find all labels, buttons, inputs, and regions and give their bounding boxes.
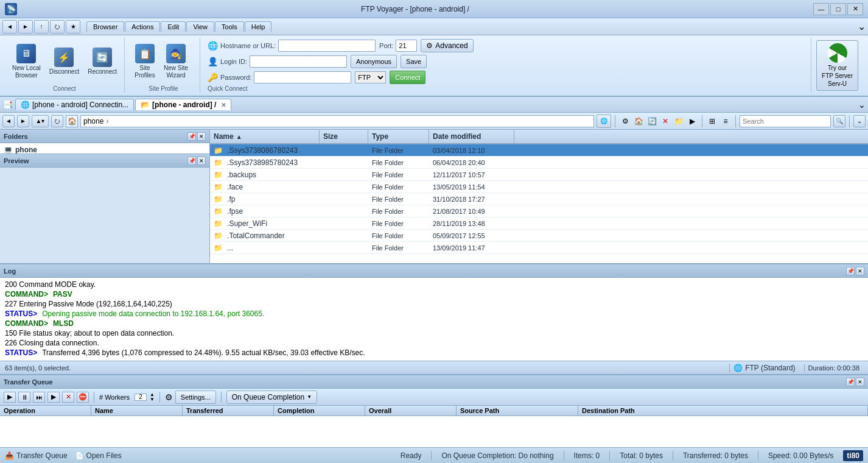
close-button[interactable]: ✕ [847,3,863,15]
ql-btn-1[interactable]: ↑ [34,20,49,34]
tab-connecting[interactable]: 🌐 [phone - android] Connectin... [15,99,134,110]
tab-android-close[interactable]: ✕ [221,102,226,108]
nav-icon-btn-1[interactable]: ⚙ [619,115,631,127]
hostname-input[interactable] [278,40,376,52]
tq-play-button[interactable]: ▶ [4,392,16,403]
transferred-bytes-status: Transferred: 0 bytes [683,451,748,460]
nav-icon-view-2[interactable]: ≡ [719,115,732,127]
path-display[interactable]: phone › [80,115,594,127]
col-header-type[interactable]: Type [368,130,429,143]
title-text: FTP Voyager - [phone - android] / [17,5,813,13]
advanced-button[interactable]: ⚙ Advanced [421,39,473,52]
site-profiles-button[interactable]: 📋 SiteProfiles [132,42,158,81]
expand-ribbon-button[interactable]: ⌄ [858,21,866,32]
up-dropdown-button[interactable]: ▲▾ [32,115,49,127]
reconnect-button[interactable]: 🔄 Reconnect [85,46,119,77]
hostname-label: Hostname or URL: [220,42,276,49]
search-button[interactable]: 🔍 [833,115,845,127]
disconnect-button[interactable]: ⚡ Disconnect [47,46,82,77]
tq-resume-button[interactable]: ▶ [47,392,60,403]
anonymous-button[interactable]: Anonymous [351,55,397,68]
search-input[interactable] [740,115,831,127]
tq-col-operation: Operation [0,406,91,415]
col-header-name[interactable]: Name ▲ [210,130,320,143]
nav-icon-btn-3[interactable]: 🔄 [646,115,658,127]
ql-forward-button[interactable]: ► [18,20,33,34]
on-queue-completion-button[interactable]: On Queue Completion ▼ [226,391,317,404]
log-close-button[interactable]: ✕ [856,267,864,275]
protocol-select[interactable]: FTP SFTP FTPS [355,71,386,83]
tq-skip-button[interactable]: ⏭ [33,392,45,403]
file-cell-size-0 [320,149,368,152]
open-files-link[interactable]: 📄 Open Files [75,451,122,460]
file-row-5[interactable]: 📁 .fpse File Folder 21/08/2017 10:49 [210,205,868,217]
nav-icon-btn-6[interactable]: ▶ [686,115,698,127]
file-name-2: .backups [227,171,256,179]
new-site-wizard-button[interactable]: 🧙 New SiteWizard [161,42,191,81]
settings-button[interactable]: Settings... [175,391,216,404]
folders-pin-button[interactable]: 📌 [187,132,196,141]
file-row-6[interactable]: 📁 .Super_WiFi File Folder 28/11/2019 13:… [210,217,868,230]
folders-close-button[interactable]: ✕ [197,132,206,141]
col-header-date[interactable]: Date modified [429,130,514,143]
tab-actions[interactable]: Actions [125,21,160,32]
save-button[interactable]: Save [401,55,427,68]
ql-back-button[interactable]: ◄ [2,20,17,34]
workers-spinner-arrows[interactable]: ▲ ▼ [150,392,155,402]
tq-stop-button[interactable]: ✕ [62,392,74,403]
tq-cancel-button[interactable]: ⛔ [77,392,89,403]
tab-view[interactable]: View [186,21,214,32]
port-field-group: Port: [379,40,417,52]
maximize-button[interactable]: □ [830,3,846,15]
new-tab-button[interactable]: ⌄ [858,100,866,110]
file-cell-date-6: 28/11/2019 13:48 [429,219,514,228]
forward-button[interactable]: ► [17,115,29,127]
file-row-4[interactable]: 📁 .fp File Folder 31/10/2018 17:27 [210,193,868,205]
connect-button[interactable]: Connect [390,71,425,84]
file-row-2[interactable]: 📁 .backups File Folder 12/11/2017 10:57 [210,169,868,181]
back-button[interactable]: ◄ [2,115,15,127]
tab-tools[interactable]: Tools [215,21,244,32]
file-row-0[interactable]: 📁 .Ssys3738086780243 File Folder 03/04/2… [210,144,868,157]
tq-pause-button[interactable]: ⏸ [18,392,30,403]
minimize-button[interactable]: — [813,3,829,15]
nav-icon-btn-2[interactable]: 🏠 [632,115,645,127]
nav-stop-button[interactable]: ✕ [659,115,671,127]
tq-pin-button[interactable]: 📌 [846,378,855,386]
new-local-browser-button[interactable]: 🖥 New LocalBrowser [10,42,43,81]
nav-icon-view-1[interactable]: ⊞ [706,115,718,127]
preview-panel-header: Preview 📌 ✕ [0,154,209,168]
servu-button[interactable]: Try ourFTP ServerServ-U [816,40,858,91]
transfer-queue-link[interactable]: 📥 Transfer Queue [5,451,68,460]
file-row-8[interactable]: 📁 ... File Folder 13/09/2019 11:47 [210,242,868,254]
workers-down-arrow[interactable]: ▼ [150,397,155,402]
tab-android[interactable]: 📂 [phone - android] / ✕ [135,99,231,110]
port-input[interactable] [396,40,417,52]
preview-close-button[interactable]: ✕ [197,157,206,165]
tab-edit[interactable]: Edit [161,21,186,32]
settings-icon: ⚙ [165,392,173,402]
quick-launch-bar: ◄ ► ↑ ⭮ ★ Browser Actions Edit View Tool… [0,18,868,35]
nav-extra-button[interactable]: ⌄ [853,115,866,127]
tab-connecting-icon: 🌐 [21,101,30,109]
log-line-5: 150 File status okay; about to open data… [5,329,863,338]
preview-pin-button[interactable]: 📌 [187,157,196,165]
file-row-7[interactable]: 📁 .TotalCommander File Folder 05/09/2017… [210,230,868,242]
ql-btn-3[interactable]: ★ [66,20,80,34]
col-header-size[interactable]: Size [320,130,368,143]
status-bar: 63 item(s), 0 selected. 🌐 FTP (Standard)… [0,361,868,374]
tab-browser[interactable]: Browser [86,21,124,32]
log-pin-button[interactable]: 📌 [846,267,855,275]
nav-globe-button[interactable]: 🌐 [597,115,611,128]
tq-close-button[interactable]: ✕ [856,378,864,386]
password-input[interactable] [254,71,351,83]
folder-root[interactable]: 💻 phone [1,144,208,154]
login-input[interactable] [250,55,347,68]
ql-btn-2[interactable]: ⭮ [50,20,65,34]
nav-icon-btn-5[interactable]: 📁 [673,115,685,127]
nav-refresh-button[interactable]: ⭮ [51,115,63,127]
nav-separator-3 [735,115,736,127]
file-row-3[interactable]: 📁 .face File Folder 13/05/2019 11:54 [210,181,868,193]
tab-help[interactable]: Help [245,21,272,32]
file-row-1[interactable]: 📁 .Ssys3738985780243 File Folder 06/04/2… [210,157,868,169]
